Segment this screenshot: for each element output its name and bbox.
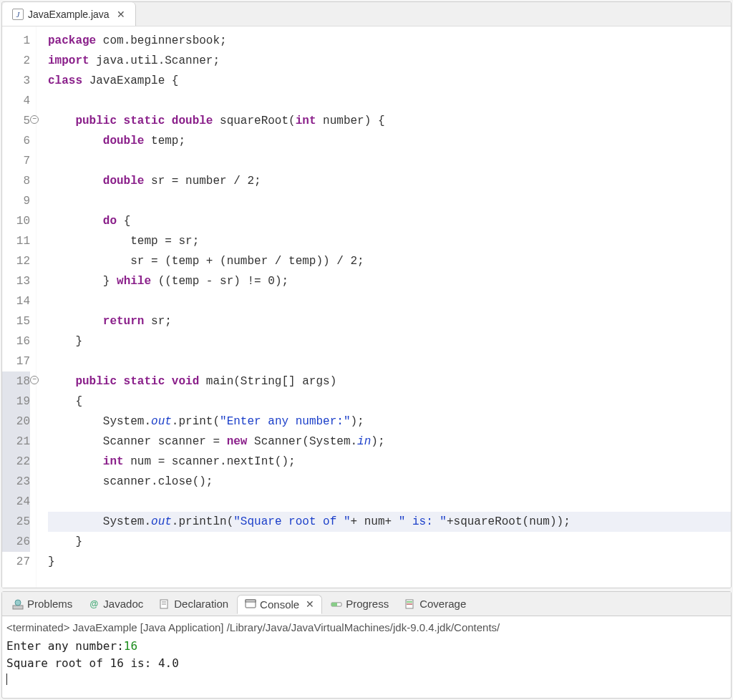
code-line[interactable]	[48, 191, 731, 211]
java-file-icon: J	[12, 9, 24, 20]
line-number: 2	[2, 51, 30, 71]
code-line[interactable]	[48, 151, 731, 171]
problems-icon	[12, 598, 24, 610]
tab-label: Declaration	[174, 598, 228, 610]
line-number: 14	[2, 291, 30, 311]
tab-console[interactable]: Console ✕	[237, 595, 322, 614]
code-line[interactable]: do {	[48, 211, 731, 231]
code-line[interactable]: System.out.println("Square root of "+ nu…	[48, 512, 731, 532]
svg-rect-0	[13, 606, 23, 609]
line-number: 20	[2, 412, 30, 432]
tab-javadoc[interactable]: @ Javadoc	[81, 595, 150, 613]
code-content[interactable]: package com.beginnersbook;import java.ut…	[37, 26, 731, 588]
line-number: 15	[2, 311, 30, 331]
fold-toggle-icon[interactable]: −	[30, 376, 39, 384]
svg-rect-11	[407, 603, 412, 605]
tab-declaration[interactable]: Declaration	[152, 595, 236, 613]
code-line[interactable]: class JavaExample {	[48, 71, 731, 91]
code-line[interactable]: scanner.close();	[48, 472, 731, 492]
line-number: 22	[2, 452, 30, 472]
code-line[interactable]: }	[48, 552, 731, 572]
console-output-line: Enter any number:16	[6, 638, 727, 655]
code-line[interactable]	[48, 351, 731, 371]
editor-tab-javaexample[interactable]: J JavaExample.java ✕	[2, 2, 136, 26]
console-status: <terminated> JavaExample [Java Applicati…	[6, 618, 727, 638]
code-line[interactable]: return sr;	[48, 311, 731, 331]
line-number: 17	[2, 351, 30, 371]
tab-label: Console	[260, 598, 299, 611]
close-icon[interactable]: ✕	[306, 598, 314, 610]
line-number: 26	[2, 532, 30, 552]
code-area[interactable]: 12345−6789101112131415161718−19202122232…	[2, 26, 731, 588]
line-number: 10	[2, 211, 30, 231]
tab-label: Javadoc	[103, 598, 143, 610]
code-line[interactable]: } while ((temp - sr) != 0);	[48, 271, 731, 291]
line-number: 21	[2, 432, 30, 452]
line-number: 3	[2, 71, 30, 91]
console-cursor-line	[6, 672, 727, 690]
coverage-icon	[404, 598, 416, 610]
declaration-icon	[159, 598, 170, 610]
bottom-tabs-bar: Problems @ Javadoc Declaration Console ✕…	[2, 592, 731, 616]
line-number: 24	[2, 492, 30, 512]
line-number: 4	[2, 91, 30, 111]
line-number: 7	[2, 151, 30, 171]
close-icon[interactable]: ✕	[117, 9, 125, 20]
editor-panel: J JavaExample.java ✕ 12345−6789101112131…	[1, 1, 732, 588]
svg-rect-8	[331, 603, 337, 606]
tab-coverage[interactable]: Coverage	[397, 595, 473, 613]
tab-label: Coverage	[419, 598, 466, 610]
svg-rect-6	[246, 600, 256, 602]
line-number: 16	[2, 331, 30, 351]
console-body[interactable]: <terminated> JavaExample [Java Applicati…	[2, 616, 731, 698]
line-number-gutter: 12345−6789101112131415161718−19202122232…	[2, 26, 37, 588]
line-number: 19	[2, 392, 30, 412]
svg-point-1	[15, 600, 21, 606]
console-icon	[245, 598, 256, 610]
tab-progress[interactable]: Progress	[324, 595, 396, 613]
code-line[interactable]: double sr = number / 2;	[48, 171, 731, 191]
code-line[interactable]: public static double squareRoot(int numb…	[48, 111, 731, 131]
progress-icon	[331, 598, 342, 610]
line-number: 23	[2, 472, 30, 492]
code-line[interactable]: double temp;	[48, 131, 731, 151]
code-line[interactable]: package com.beginnersbook;	[48, 31, 731, 51]
line-number: 13	[2, 271, 30, 291]
bottom-panel: Problems @ Javadoc Declaration Console ✕…	[1, 591, 732, 699]
code-line[interactable]: Scanner scanner = new Scanner(System.in)…	[48, 432, 731, 452]
code-line[interactable]: int num = scanner.nextInt();	[48, 452, 731, 472]
console-output-line: Square root of 16 is: 4.0	[6, 655, 727, 672]
tab-problems[interactable]: Problems	[5, 595, 79, 613]
line-number: 6	[2, 131, 30, 151]
editor-tabs-bar: J JavaExample.java ✕	[2, 2, 731, 26]
line-number: 11	[2, 231, 30, 251]
javadoc-icon: @	[88, 598, 99, 610]
code-line[interactable]: import java.util.Scanner;	[48, 51, 731, 71]
svg-rect-10	[407, 601, 412, 603]
code-line[interactable]: sr = (temp + (number / temp)) / 2;	[48, 251, 731, 271]
fold-toggle-icon[interactable]: −	[30, 115, 39, 124]
line-number: 25	[2, 512, 30, 532]
code-line[interactable]	[48, 291, 731, 311]
code-line[interactable]: }	[48, 331, 731, 351]
code-line[interactable]	[48, 492, 731, 512]
code-line[interactable]: {	[48, 392, 731, 412]
editor-tab-title: JavaExample.java	[28, 9, 110, 20]
code-line[interactable]: public static void main(String[] args)	[48, 371, 731, 392]
line-number: 12	[2, 251, 30, 271]
line-number: 9	[2, 191, 30, 211]
code-line[interactable]: }	[48, 532, 731, 552]
line-number: 5−	[2, 111, 30, 131]
line-number: 18−	[2, 371, 30, 392]
line-number: 1	[2, 31, 30, 51]
code-line[interactable]	[48, 91, 731, 111]
tab-label: Problems	[27, 598, 72, 610]
code-line[interactable]: temp = sr;	[48, 231, 731, 251]
code-line[interactable]: System.out.print("Enter any number:");	[48, 412, 731, 432]
tab-label: Progress	[346, 598, 389, 610]
line-number: 27	[2, 552, 30, 572]
line-number: 8	[2, 171, 30, 191]
